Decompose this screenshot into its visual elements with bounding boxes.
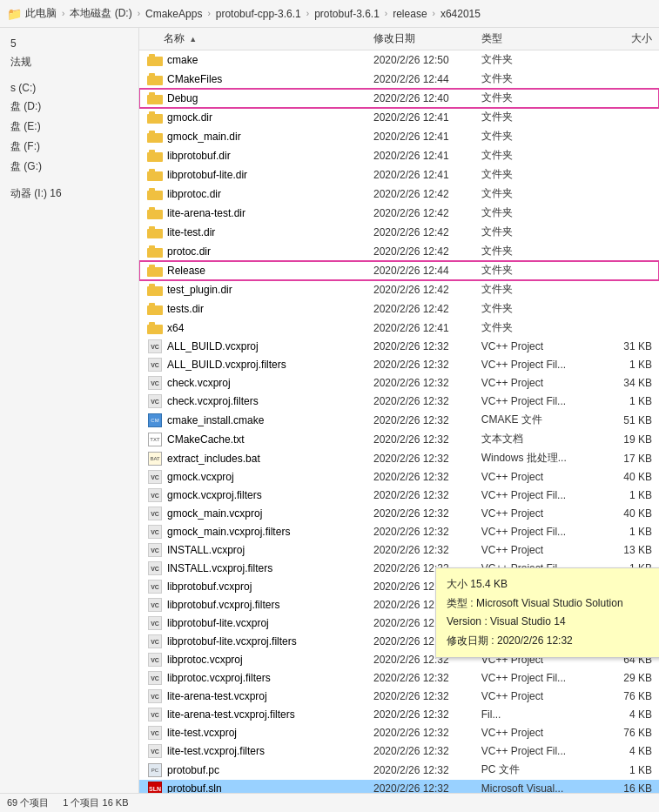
file-name: cmake — [167, 54, 373, 66]
file-name: libprotoc.dir — [167, 188, 373, 200]
file-type: 文件夹 — [481, 320, 597, 335]
file-name: gmock_main.vcxproj — [167, 507, 373, 520]
file-name: libprotobuf.dir — [167, 150, 373, 162]
col-header-type[interactable]: 类型 — [481, 31, 597, 46]
file-type: VC++ Project — [481, 544, 597, 556]
file-icon-wrap — [146, 225, 164, 239]
file-icon-wrap — [146, 91, 164, 105]
file-type: 文件夹 — [481, 186, 597, 201]
file-row[interactable]: VC lite-test.vcxproj 2020/2/26 12:32 VC+… — [139, 724, 659, 742]
sidebar-item-g[interactable]: 盘 (G:) — [0, 157, 138, 177]
file-name: Release — [167, 265, 373, 277]
file-row[interactable]: VC INSTALL.vcxproj 2020/2/26 12:32 VC++ … — [139, 541, 659, 560]
file-row[interactable]: tests.dir 2020/2/26 12:42 文件夹 — [139, 299, 659, 319]
file-icon-wrap: VC — [146, 653, 164, 667]
file-row[interactable]: lite-test.dir 2020/2/26 12:42 文件夹 — [139, 223, 659, 242]
file-icon-wrap: VC — [146, 708, 164, 721]
sidebar-item-c[interactable]: s (C:) — [0, 79, 138, 97]
file-icon-wrap: VC — [146, 671, 164, 685]
file-row[interactable]: gmock_main.dir 2020/2/26 12:41 文件夹 — [139, 127, 659, 146]
file-row[interactable]: cmake 2020/2/26 12:50 文件夹 — [139, 50, 659, 70]
file-row[interactable]: VC lite-arena-test.vcxproj.filters 2020/… — [139, 706, 659, 724]
file-row[interactable]: VC lite-arena-test.vcxproj 2020/2/26 12:… — [139, 688, 659, 706]
file-icon-wrap: VC — [146, 561, 164, 575]
file-row[interactable]: VC ALL_BUILD.vcxproj 2020/2/26 12:32 VC+… — [139, 338, 659, 356]
file-date: 2020/2/26 12:32 — [373, 727, 481, 739]
file-list: cmake 2020/2/26 12:50 文件夹 CMakeFiles 202… — [139, 50, 659, 812]
file-size: 51 KB — [596, 414, 659, 426]
file-row[interactable]: VC check.vcxproj.filters 2020/2/26 12:32… — [139, 393, 659, 411]
vcxproj-icon: VC — [148, 358, 162, 372]
file-icon-wrap: VC — [146, 525, 164, 539]
status-bar: 69 个项目 1 个项目 16 KB — [0, 793, 659, 812]
file-row[interactable]: CMakeFiles 2020/2/26 12:44 文件夹 — [139, 70, 659, 89]
file-icon-wrap — [146, 187, 164, 201]
sidebar-item-e[interactable]: 盘 (E:) — [0, 117, 138, 137]
crumb-0[interactable]: 此电脑 — [25, 6, 57, 21]
file-type: 文件夹 — [481, 301, 597, 316]
file-row[interactable]: libprotobuf.dir 2020/2/26 12:41 文件夹 — [139, 146, 659, 165]
file-row[interactable]: PC protobuf.pc 2020/2/26 12:32 PC 文件 1 K… — [139, 761, 659, 780]
file-row[interactable]: libprotoc.dir 2020/2/26 12:42 文件夹 — [139, 185, 659, 204]
file-date: 2020/2/26 12:42 — [373, 303, 481, 315]
file-name: gmock_main.vcxproj.filters — [167, 526, 373, 538]
file-name: INSTALL.vcxproj.filters — [167, 562, 373, 574]
col-header-size[interactable]: 大小 — [596, 31, 659, 46]
file-row[interactable]: VC libprotoc.vcxproj.filters 2020/2/26 1… — [139, 669, 659, 688]
file-icon-wrap — [146, 130, 164, 144]
vcxproj-icon: VC — [148, 376, 162, 390]
crumb-6[interactable]: x642015 — [440, 8, 481, 20]
file-row[interactable]: BAT extract_includes.bat 2020/2/26 12:32… — [139, 449, 659, 468]
file-row[interactable]: VC lite-test.vcxproj.filters 2020/2/26 1… — [139, 742, 659, 761]
file-size: 1 KB — [596, 526, 659, 538]
vcxproj-icon: VC — [148, 689, 162, 703]
file-row[interactable]: test_plugin.dir 2020/2/26 12:42 文件夹 — [139, 280, 659, 299]
vcxproj-icon: VC — [148, 671, 162, 685]
file-icon-wrap — [146, 168, 164, 182]
tooltip-size-line: 大小 15.4 KB — [447, 575, 650, 594]
file-row[interactable]: VC gmock_main.vcxproj.filters 2020/2/26 … — [139, 523, 659, 541]
crumb-1[interactable]: 本地磁盘 (D:) — [70, 6, 131, 21]
file-row[interactable]: Debug 2020/2/26 12:40 文件夹 — [139, 89, 659, 108]
file-type: VC++ Project Fil... — [481, 395, 597, 407]
file-type: 文件夹 — [481, 263, 597, 278]
address-bar[interactable]: 📁 此电脑 › 本地磁盘 (D:) › CmakeApps › protobuf… — [0, 0, 659, 28]
sidebar-item-f[interactable]: 盘 (F:) — [0, 137, 138, 157]
sidebar-item-5[interactable]: 5 — [0, 35, 138, 52]
file-row[interactable]: VC ALL_BUILD.vcxproj.filters 2020/2/26 1… — [139, 356, 659, 374]
file-row[interactable]: VC gmock_main.vcxproj 2020/2/26 12:32 VC… — [139, 505, 659, 523]
crumb-4[interactable]: protobuf-3.6.1 — [314, 8, 380, 20]
file-row[interactable]: VC gmock.vcxproj.filters 2020/2/26 12:32… — [139, 487, 659, 505]
crumb-2[interactable]: CmakeApps — [145, 8, 202, 20]
file-icon-wrap: VC — [146, 580, 164, 594]
file-type: VC++ Project Fil... — [481, 359, 597, 371]
file-row[interactable]: TXT CMakeCache.txt 2020/2/26 12:32 文本文档 … — [139, 430, 659, 449]
file-date: 2020/2/26 12:41 — [373, 169, 481, 181]
file-name: libprotoc.vcxproj — [167, 654, 373, 666]
file-row[interactable]: Release 2020/2/26 12:44 文件夹 — [139, 261, 659, 280]
file-name: lite-test.dir — [167, 226, 373, 238]
crumb-3[interactable]: protobuf-cpp-3.6.1 — [216, 8, 301, 20]
sidebar-item-laws[interactable]: 法规 — [0, 52, 138, 72]
file-area: 名称 ▲ 修改日期 类型 大小 cmake 2020/2/26 12:50 文件… — [139, 28, 659, 812]
sidebar-item-i[interactable]: 动器 (I:) 16 — [0, 184, 138, 204]
col-header-name[interactable]: 名称 ▲ — [139, 31, 373, 46]
file-row[interactable]: x64 2020/2/26 12:41 文件夹 — [139, 319, 659, 338]
file-row[interactable]: gmock.dir 2020/2/26 12:41 文件夹 — [139, 108, 659, 127]
col-header-date[interactable]: 修改日期 — [373, 31, 481, 46]
vcxproj-icon: VC — [148, 507, 162, 520]
file-row[interactable]: VC gmock.vcxproj 2020/2/26 12:32 VC++ Pr… — [139, 468, 659, 487]
file-date: 2020/2/26 12:41 — [373, 150, 481, 162]
file-date: 2020/2/26 12:32 — [373, 471, 481, 483]
file-row[interactable]: VC check.vcxproj 2020/2/26 12:32 VC++ Pr… — [139, 374, 659, 393]
file-row[interactable]: CM cmake_install.cmake 2020/2/26 12:32 C… — [139, 411, 659, 430]
file-row[interactable]: libprotobuf-lite.dir 2020/2/26 12:41 文件夹 — [139, 165, 659, 185]
sidebar-item-d[interactable]: 盘 (D:) — [0, 97, 138, 117]
file-name: protobuf.pc — [167, 764, 373, 776]
file-type: VC++ Project Fil... — [481, 672, 597, 684]
file-row[interactable]: lite-arena-test.dir 2020/2/26 12:42 文件夹 — [139, 204, 659, 223]
file-size: 1 KB — [596, 359, 659, 371]
file-row[interactable]: protoc.dir 2020/2/26 12:42 文件夹 — [139, 242, 659, 261]
file-icon-wrap: VC — [146, 634, 164, 648]
crumb-5[interactable]: release — [393, 8, 427, 20]
